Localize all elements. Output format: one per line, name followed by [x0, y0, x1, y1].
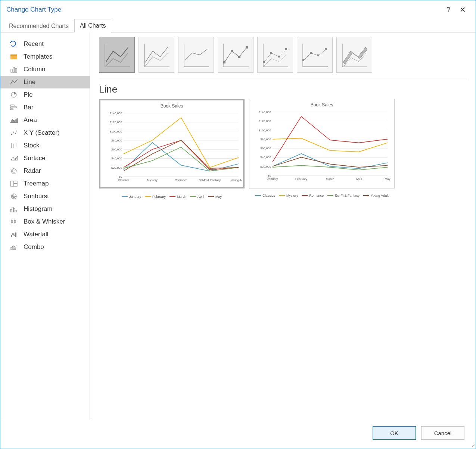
sidebar-item-column[interactable]: Column	[0, 63, 90, 76]
svg-rect-4	[15, 68, 17, 72]
help-icon[interactable]: ?	[441, 6, 455, 14]
svg-rect-63	[310, 52, 312, 54]
sidebar-item-label: Templates	[24, 53, 52, 60]
waterfall-icon	[9, 230, 19, 238]
ok-button[interactable]: OK	[373, 426, 416, 440]
svg-point-12	[15, 133, 16, 134]
sidebar-item-bar[interactable]: Bar	[0, 101, 90, 114]
subtype-3d-line[interactable]	[336, 37, 372, 73]
svg-rect-26	[10, 209, 12, 212]
sidebar-item-label: Sunburst	[24, 193, 49, 200]
sidebar-item-recent[interactable]: Recent	[0, 38, 90, 50]
svg-rect-37	[15, 233, 16, 237]
svg-rect-40	[15, 248, 16, 250]
sidebar-item-combo[interactable]: Combo	[0, 241, 90, 253]
svg-point-13	[16, 131, 18, 132]
svg-rect-50	[223, 61, 225, 63]
sidebar-item-xy[interactable]: X Y (Scatter)	[0, 127, 90, 139]
sidebar-item-label: Combo	[24, 243, 44, 251]
cancel-button[interactable]: Cancel	[421, 426, 464, 440]
close-icon[interactable]: ✕	[455, 5, 470, 14]
legend-item: April	[190, 195, 204, 199]
subtype-100-stacked-line-markers[interactable]	[297, 37, 333, 73]
svg-text:Mystery: Mystery	[147, 178, 158, 182]
sidebar-item-label: Bar	[24, 104, 33, 111]
sidebar-item-label: Histogram	[24, 205, 52, 213]
svg-rect-53	[246, 46, 248, 49]
sidebar-item-label: Column	[24, 66, 46, 73]
tab-all-charts[interactable]: All Charts	[74, 19, 111, 32]
surface-icon	[9, 154, 19, 162]
subtype-line-markers[interactable]	[218, 37, 253, 73]
legend-item: Mystery	[279, 194, 298, 197]
chart-previews: Book Sales$0$20,000$40,000$60,000$80,000…	[99, 99, 467, 188]
sidebar-item-label: Pie	[24, 91, 33, 99]
svg-point-11	[13, 132, 14, 133]
sidebar-item-pie[interactable]: Pie	[0, 88, 90, 101]
svg-text:May: May	[385, 177, 390, 181]
sidebar-item-stock[interactable]: Stock	[0, 139, 90, 152]
sidebar-item-box[interactable]: Box & Whisker	[0, 215, 90, 228]
chart-type-title: Line	[99, 84, 467, 95]
legend-item: Classics	[255, 194, 275, 197]
svg-rect-3	[13, 67, 15, 72]
svg-text:April: April	[356, 177, 362, 181]
subtype-stacked-line-markers[interactable]	[257, 37, 293, 73]
svg-text:Classics: Classics	[118, 178, 129, 182]
line-icon	[9, 78, 19, 86]
svg-text:$80,000: $80,000	[111, 139, 122, 142]
svg-text:Romance: Romance	[175, 178, 188, 182]
radar-icon	[9, 167, 19, 175]
svg-rect-36	[14, 234, 15, 236]
chart-preview[interactable]: Book Sales$0$20,000$40,000$60,000$80,000…	[99, 99, 245, 188]
svg-text:March: March	[326, 177, 334, 181]
legend-item: Romance	[302, 194, 324, 197]
subtype-stacked-line[interactable]	[139, 37, 174, 73]
legend-item: Young Adult	[363, 194, 389, 197]
svg-text:$140,000: $140,000	[110, 112, 122, 115]
sidebar-item-histogram[interactable]: Histogram	[0, 203, 90, 215]
legend-item: May	[208, 195, 222, 199]
chart-plot: $0$20,000$40,000$60,000$80,000$100,000$1…	[252, 109, 391, 192]
svg-text:$0: $0	[119, 175, 122, 178]
tab-recommended-charts[interactable]: Recommended Charts	[3, 19, 74, 32]
title-bar: Change Chart Type ? ✕	[0, 0, 476, 18]
sidebar-item-line[interactable]: Line	[0, 76, 90, 88]
sidebar-item-label: Surface	[24, 155, 46, 162]
sidebar-item-area[interactable]: Area	[0, 114, 90, 127]
sidebar-item-radar[interactable]: Radar	[0, 165, 90, 177]
sidebar-item-label: Line	[24, 78, 35, 86]
chart-subtype-row	[99, 37, 467, 78]
svg-text:$60,000: $60,000	[260, 147, 271, 150]
sidebar-item-surface[interactable]: Surface	[0, 152, 90, 165]
templates-icon	[9, 53, 19, 61]
svg-marker-9	[10, 118, 18, 123]
sidebar-item-label: Area	[24, 116, 37, 124]
sidebar-item-waterfall[interactable]: Waterfall	[0, 228, 90, 241]
svg-text:$60,000: $60,000	[111, 148, 122, 151]
sidebar-item-label: Recent	[24, 40, 44, 48]
box-icon	[9, 218, 19, 226]
subtype-100-stacked-line[interactable]	[178, 37, 214, 73]
svg-rect-21	[14, 184, 17, 186]
legend-item: February	[145, 195, 166, 199]
legend-item: Sci-Fi & Fantasy	[327, 194, 360, 197]
subtype-line[interactable]	[99, 37, 135, 73]
svg-rect-56	[263, 61, 265, 63]
svg-rect-29	[15, 210, 16, 212]
svg-rect-65	[325, 48, 327, 50]
chart-preview[interactable]: Book Sales$0$20,000$40,000$60,000$80,000…	[249, 99, 395, 188]
sidebar-item-sunburst[interactable]: Sunburst	[0, 190, 90, 203]
svg-text:Sci-Fi & Fantasy: Sci-Fi & Fantasy	[199, 178, 221, 182]
xy-icon	[9, 129, 19, 137]
svg-rect-35	[12, 233, 13, 235]
recent-icon	[9, 40, 19, 48]
svg-rect-59	[285, 48, 287, 50]
svg-text:$100,000: $100,000	[110, 130, 122, 133]
svg-rect-62	[302, 59, 304, 61]
sidebar-item-treemap[interactable]: Treemap	[0, 177, 90, 190]
chart-legend: JanuaryFebruaryMarchAprilMay	[103, 195, 240, 199]
resize-grip-icon[interactable]: ⋰	[472, 444, 475, 448]
sidebar-item-templates[interactable]: Templates	[0, 50, 90, 63]
sidebar-item-label: Radar	[24, 167, 41, 175]
